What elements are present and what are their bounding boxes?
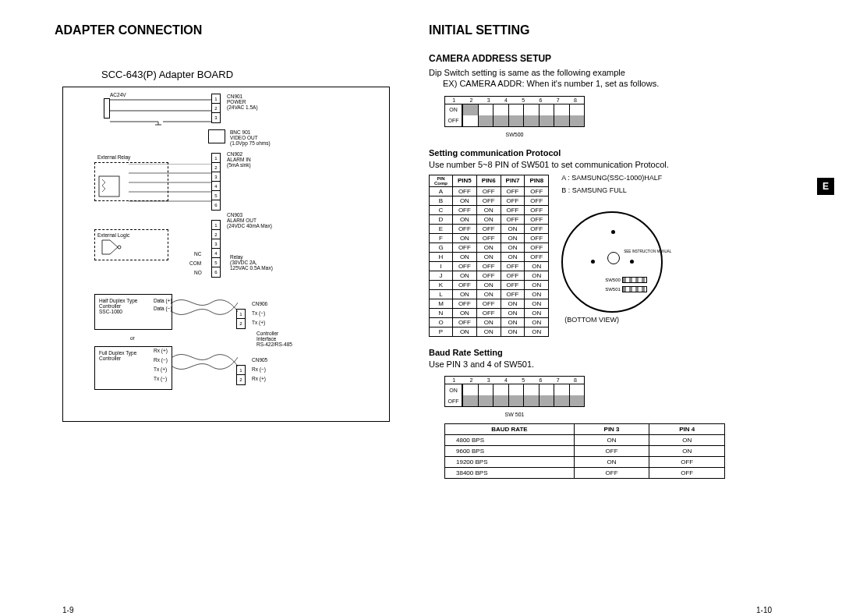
data-n-label: Data (−) — [154, 306, 172, 311]
rxn-label: Rx (−) — [154, 357, 168, 363]
data-p-label: Data (+) — [154, 298, 172, 303]
legend-a: A : SAMSUNG(SSC-1000)HALF — [561, 173, 663, 183]
cn905-label: CN905 — [252, 357, 267, 363]
left-column: ADAPTER CONNECTION SCC-643(P) Adapter BO… — [55, 23, 413, 600]
cn906-2-label: Tx (+) — [252, 320, 265, 325]
ctrl-if-label: ControllerInterfaceRS-422/RS-485 — [256, 331, 292, 347]
cn906-label: CN906 — [252, 301, 267, 306]
manual-page: ADAPTER CONNECTION SCC-643(P) Adapter BO… — [0, 0, 842, 616]
right-column: INITIAL SETTING CAMERA ADDRESS SETUP Dip… — [413, 23, 811, 600]
full-duplex-label: Full Duplex TypeController — [99, 350, 136, 361]
txp-label: Tx (+) — [154, 366, 167, 372]
sw501-dip: 12345678 ON OFF — [444, 376, 585, 407]
initial-setting-heading: INITIAL SETTING — [429, 23, 772, 37]
cn901-label: CN901POWER(24VAC 1.5A) — [227, 94, 258, 110]
external-relay-label: External Relay — [97, 154, 130, 160]
adapter-connection-heading: ADAPTER CONNECTION — [55, 23, 398, 37]
camera-setup-line1: Dip Switch setting is same as the follow… — [429, 67, 772, 78]
camera-setup-line2: EX) CAMERA ADDR: When it's number 1, set… — [429, 78, 772, 89]
camera-address-setup-heading: CAMERA ADDRESS SETUP — [429, 53, 772, 64]
txn-label: Tx (−) — [154, 376, 167, 381]
com-label: COM — [189, 260, 201, 266]
protocol-text: Use number 5~8 PIN of SW501 to set commu… — [429, 159, 772, 170]
schematic-box: 123 CN901POWER(24VAC 1.5A) AC24V BNC 901… — [62, 87, 390, 422]
relay-label: Relay(30VDC 2A,125VAC 0.5A Max) — [230, 254, 273, 271]
bottom-view-diagram: SEE INSTRUCTION MANUAL SW500 SW501 — [561, 211, 663, 313]
sw500-dip: 12345678 ON OFF — [444, 96, 585, 127]
rxp-label: Rx (+) — [154, 348, 168, 353]
cn902-label: CN902ALARM IN(5mA sink) — [227, 151, 251, 168]
language-tab-e: E — [817, 178, 834, 195]
sw501-caption: SW 501 — [444, 410, 585, 417]
sw500-caption: SW500 — [444, 130, 585, 137]
page-number-left: 1-9 — [62, 606, 73, 614]
or-label: or — [130, 335, 135, 341]
baud-heading: Baud Rate Setting — [429, 348, 772, 357]
bottom-view-caption: (BOTTOM VIEW) — [564, 316, 663, 324]
board-title: SCC-643(P) Adapter BOARD — [101, 69, 398, 80]
cn903-label: CN903ALARM OUT(24VDC 40mA Max) — [227, 212, 272, 228]
protocol-table: PINCompPIN5PIN6PIN7PIN8AOFFOFFOFFOFFBONO… — [429, 175, 549, 337]
legend-b: B : SAMSUNG FULL — [561, 186, 663, 196]
protocol-heading: Setting communication Protocol — [429, 148, 772, 158]
baud-rate-table: BAUD RATEPIN 3PIN 44800 BPSONON9600 BPSO… — [444, 423, 725, 479]
cn905-1-label: Rx (−) — [252, 366, 266, 372]
half-duplex-label: Half Duplex TypeControllerSSC-1000 — [99, 298, 137, 314]
svg-rect-0 — [99, 176, 119, 196]
cn906-1-label: Tx (−) — [252, 310, 265, 316]
bv-note: SEE INSTRUCTION MANUAL — [624, 250, 671, 254]
baud-text: Use PIN 3 and 4 of SW501. — [429, 359, 772, 370]
nc-label: NC — [194, 251, 201, 257]
page-number-right: 1-10 — [756, 606, 772, 614]
no-label: NO — [194, 270, 202, 275]
bnc901-label: BNC 901VIDEO OUT(1.0Vpp 75 ohms) — [230, 129, 271, 146]
svg-point-1 — [118, 246, 121, 249]
cn905-2-label: Rx (+) — [252, 376, 266, 381]
